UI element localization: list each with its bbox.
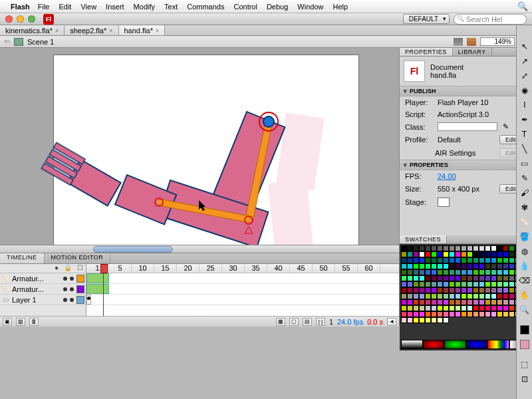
color-swatch[interactable] xyxy=(473,311,479,317)
color-swatch[interactable] xyxy=(419,317,425,323)
color-swatch[interactable] xyxy=(437,305,443,311)
doc-tab[interactable]: kinematics.fla*× xyxy=(0,25,65,35)
edit-multi-button[interactable]: ▤ xyxy=(303,318,312,326)
color-swatch[interactable] xyxy=(431,275,437,281)
color-swatch[interactable] xyxy=(437,287,443,293)
color-swatch[interactable] xyxy=(401,287,407,293)
color-swatch[interactable] xyxy=(413,299,419,305)
new-layer-button[interactable]: ▣ xyxy=(3,318,12,326)
color-swatch[interactable] xyxy=(485,281,491,287)
color-swatch[interactable] xyxy=(467,311,473,317)
color-swatch[interactable] xyxy=(425,263,431,269)
color-swatch[interactable] xyxy=(509,299,515,305)
color-swatch[interactable] xyxy=(443,317,449,323)
color-swatch[interactable] xyxy=(467,251,473,257)
color-swatch[interactable] xyxy=(407,305,413,311)
color-swatch[interactable] xyxy=(467,269,473,275)
color-swatch[interactable] xyxy=(485,257,491,263)
color-swatch[interactable] xyxy=(407,299,413,305)
color-swatch[interactable] xyxy=(431,311,437,317)
color-swatch[interactable] xyxy=(413,251,419,257)
color-swatch[interactable] xyxy=(437,251,443,257)
pencil-tool[interactable]: ✎ xyxy=(518,172,531,185)
menu-modify[interactable]: Modify xyxy=(134,3,155,11)
color-swatch[interactable] xyxy=(497,281,503,287)
color-swatch[interactable] xyxy=(473,287,479,293)
color-swatch[interactable] xyxy=(425,251,431,257)
timeline-frames[interactable]: 151015202530354045505560 xyxy=(86,264,399,316)
fps-value[interactable]: 24.00 xyxy=(438,172,527,180)
color-swatch[interactable] xyxy=(497,293,503,299)
color-swatch[interactable] xyxy=(473,305,479,311)
edit-symbol-icon[interactable] xyxy=(467,38,476,46)
color-swatch[interactable] xyxy=(509,269,515,275)
color-swatch[interactable] xyxy=(407,245,413,251)
color-swatch[interactable] xyxy=(443,257,449,263)
color-swatch[interactable] xyxy=(437,293,443,299)
color-swatch[interactable] xyxy=(431,269,437,275)
tab-library[interactable]: LIBRARY xyxy=(453,48,492,56)
color-swatch[interactable] xyxy=(449,305,455,311)
color-swatch[interactable] xyxy=(467,275,473,281)
color-swatch[interactable] xyxy=(491,305,497,311)
scrollbar-thumb[interactable] xyxy=(93,246,173,253)
color-swatch[interactable] xyxy=(413,263,419,269)
close-tab-icon[interactable]: × xyxy=(109,27,112,34)
color-swatch[interactable] xyxy=(449,299,455,305)
color-swatch[interactable] xyxy=(455,299,461,305)
layer-color-swatch[interactable] xyxy=(76,296,84,304)
color-swatch[interactable] xyxy=(449,257,455,263)
close-tab-icon[interactable]: × xyxy=(55,27,59,34)
color-swatch[interactable] xyxy=(485,305,491,311)
color-swatch[interactable] xyxy=(437,317,443,323)
color-swatch[interactable] xyxy=(479,263,485,269)
lasso-tool[interactable]: ⌇ xyxy=(518,98,531,112)
onion-skin-button[interactable]: ▦ xyxy=(276,318,285,326)
color-swatch[interactable] xyxy=(425,269,431,275)
color-swatch[interactable] xyxy=(401,251,407,257)
color-swatch[interactable] xyxy=(443,287,449,293)
color-swatch[interactable] xyxy=(455,269,461,275)
color-swatch[interactable] xyxy=(431,287,437,293)
color-swatch[interactable] xyxy=(401,293,407,299)
close-window-button[interactable] xyxy=(5,15,13,23)
color-swatch[interactable] xyxy=(443,311,449,317)
color-swatch[interactable] xyxy=(503,245,509,251)
color-swatch[interactable] xyxy=(455,281,461,287)
color-swatch[interactable] xyxy=(503,287,509,293)
edit-class-icon[interactable]: ✎ xyxy=(503,122,509,131)
color-swatch[interactable] xyxy=(485,251,491,257)
color-swatch[interactable] xyxy=(443,299,449,305)
bone-tool[interactable]: 🦴 xyxy=(518,215,531,229)
color-swatch[interactable] xyxy=(401,317,407,323)
doc-tab[interactable]: sheep2.fla*× xyxy=(65,25,118,35)
doc-tab[interactable]: hand.fla*× xyxy=(119,25,166,35)
menu-insert[interactable]: Insert xyxy=(106,3,124,11)
color-swatch[interactable] xyxy=(413,317,419,323)
back-button[interactable]: ⇦ xyxy=(4,37,10,46)
color-swatch[interactable] xyxy=(479,275,485,281)
color-swatch[interactable] xyxy=(413,245,419,251)
menu-view[interactable]: View xyxy=(80,3,96,11)
color-swatch[interactable] xyxy=(497,257,503,263)
menu-help[interactable]: Help xyxy=(332,3,348,11)
color-swatch[interactable] xyxy=(473,281,479,287)
color-swatch[interactable] xyxy=(485,245,491,251)
color-swatch[interactable] xyxy=(401,311,407,317)
color-swatch[interactable] xyxy=(401,269,407,275)
color-swatch[interactable] xyxy=(497,311,503,317)
color-swatch[interactable] xyxy=(485,269,491,275)
color-swatch[interactable] xyxy=(503,281,509,287)
menu-edit[interactable]: Edit xyxy=(59,3,71,11)
color-swatch[interactable] xyxy=(455,311,461,317)
color-swatch[interactable] xyxy=(503,311,509,317)
minimize-window-button[interactable] xyxy=(17,15,24,23)
color-swatch[interactable] xyxy=(455,251,461,257)
color-swatch[interactable] xyxy=(485,299,491,305)
color-swatch[interactable] xyxy=(425,299,431,305)
color-swatch[interactable] xyxy=(413,287,419,293)
color-swatch[interactable] xyxy=(407,275,413,281)
close-tab-icon[interactable]: × xyxy=(156,27,159,34)
subselection-tool[interactable]: ↗ xyxy=(518,55,531,68)
paint-bucket-tool[interactable]: 🪣 xyxy=(518,230,531,243)
